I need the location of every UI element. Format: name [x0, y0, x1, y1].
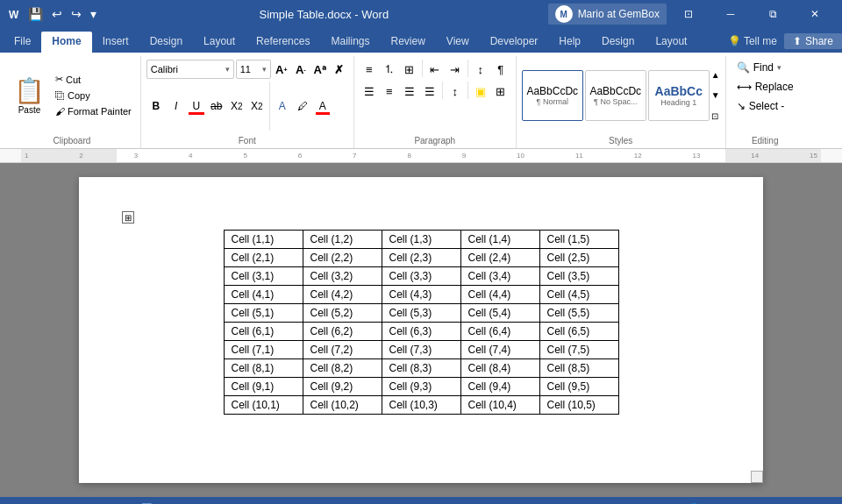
undo-quick-icon[interactable]: ↩: [48, 5, 66, 23]
tab-file[interactable]: File: [4, 32, 41, 53]
table-cell[interactable]: Cell (6,3): [382, 323, 460, 341]
text-highlight-button[interactable]: 🖊: [293, 96, 312, 116]
customize-quick-icon[interactable]: ▾: [87, 5, 100, 23]
tab-review[interactable]: Review: [380, 32, 435, 53]
font-family-selector[interactable]: Calibri ▾: [146, 60, 234, 79]
table-cell[interactable]: Cell (8,5): [539, 359, 618, 378]
shading-button[interactable]: ▣: [471, 82, 490, 101]
bold-button[interactable]: B: [146, 96, 166, 116]
table-cell[interactable]: Cell (1,5): [539, 231, 618, 249]
table-cell[interactable]: Cell (7,2): [303, 341, 382, 359]
table-cell[interactable]: Cell (10,2): [303, 396, 382, 415]
multilevel-list-button[interactable]: ⊞: [400, 60, 419, 79]
tab-layout[interactable]: Layout: [193, 32, 246, 53]
sort-button[interactable]: ↕: [471, 60, 490, 79]
tab-mailings[interactable]: Mailings: [320, 32, 380, 53]
bullets-button[interactable]: ≡: [360, 60, 379, 79]
table-cell[interactable]: Cell (8,4): [460, 359, 539, 378]
table-cell[interactable]: Cell (7,5): [539, 341, 618, 359]
grow-font-button[interactable]: A+: [273, 60, 290, 78]
table-cell[interactable]: Cell (5,4): [460, 304, 539, 323]
font-size-selector[interactable]: 11 ▾: [236, 60, 271, 79]
tab-view[interactable]: View: [436, 32, 480, 53]
tab-home[interactable]: Home: [41, 32, 91, 53]
subscript-button[interactable]: X2: [227, 96, 246, 116]
style-nospace[interactable]: AaBbCcDc ¶ No Spac...: [585, 70, 646, 121]
table-cell[interactable]: Cell (7,1): [224, 341, 303, 359]
copy-button[interactable]: ⿻ Copy: [52, 89, 135, 103]
strikethrough-button[interactable]: ab: [207, 96, 226, 116]
underline-button[interactable]: U: [187, 96, 206, 116]
table-cell[interactable]: Cell (1,2): [303, 231, 382, 249]
tab-table-layout[interactable]: Layout: [645, 32, 697, 53]
table-cell[interactable]: Cell (2,1): [224, 249, 303, 267]
tab-references[interactable]: References: [246, 32, 320, 53]
align-right-button[interactable]: ☰: [400, 82, 419, 101]
table-cell[interactable]: Cell (3,3): [382, 267, 460, 286]
line-spacing-button[interactable]: ↕: [446, 82, 465, 101]
table-cell[interactable]: Cell (1,1): [224, 231, 303, 249]
increase-indent-button[interactable]: ⇥: [446, 60, 465, 79]
style-normal[interactable]: AaBbCcDc ¶ Normal: [522, 70, 583, 121]
table-cell[interactable]: Cell (3,4): [460, 267, 539, 286]
style-heading1[interactable]: AaBbCc Heading 1: [648, 70, 710, 121]
table-cell[interactable]: Cell (7,3): [382, 341, 460, 359]
table-cell[interactable]: Cell (4,4): [460, 286, 539, 304]
tab-design[interactable]: Design: [139, 32, 193, 53]
table-resize-handle[interactable]: [751, 471, 763, 483]
table-cell[interactable]: Cell (8,1): [224, 359, 303, 378]
table-cell[interactable]: Cell (2,4): [460, 249, 539, 267]
table-cell[interactable]: Cell (10,5): [539, 396, 618, 415]
table-cell[interactable]: Cell (5,2): [303, 304, 382, 323]
table-cell[interactable]: Cell (4,3): [382, 286, 460, 304]
close-btn[interactable]: ✕: [795, 0, 835, 28]
redo-quick-icon[interactable]: ↪: [68, 5, 85, 23]
replace-button[interactable]: ⟷ Replace: [731, 79, 799, 95]
styles-scroll-up[interactable]: ▲: [711, 70, 720, 80]
format-painter-button[interactable]: 🖌 Format Painter: [52, 104, 135, 118]
table-cell[interactable]: Cell (1,3): [382, 231, 460, 249]
table-cell[interactable]: Cell (4,2): [303, 286, 382, 304]
superscript-button[interactable]: X2: [247, 96, 267, 116]
table-cell[interactable]: Cell (7,4): [460, 341, 539, 359]
styles-scroll-down[interactable]: ▼: [711, 90, 720, 100]
table-cell[interactable]: Cell (6,2): [303, 323, 382, 341]
table-cell[interactable]: Cell (9,2): [303, 378, 382, 396]
numbering-button[interactable]: ⒈: [380, 60, 399, 79]
font-color-button[interactable]: A: [313, 96, 332, 116]
align-left-button[interactable]: ☰: [360, 82, 379, 101]
table-cell[interactable]: Cell (4,5): [539, 286, 618, 304]
table-cell[interactable]: Cell (10,3): [382, 396, 460, 415]
decrease-indent-button[interactable]: ⇤: [425, 60, 445, 79]
table-cell[interactable]: Cell (4,1): [224, 286, 303, 304]
show-marks-button[interactable]: ¶: [491, 60, 510, 79]
tab-insert[interactable]: Insert: [92, 32, 139, 53]
share-button[interactable]: ⬆ Share: [784, 33, 842, 49]
table-cell[interactable]: Cell (6,4): [460, 323, 539, 341]
table-cell[interactable]: Cell (9,1): [224, 378, 303, 396]
table-cell[interactable]: Cell (8,3): [382, 359, 460, 378]
center-button[interactable]: ≡: [380, 82, 399, 101]
table-cell[interactable]: Cell (5,1): [224, 304, 303, 323]
table-cell[interactable]: Cell (6,1): [224, 323, 303, 341]
table-cell[interactable]: Cell (2,5): [539, 249, 618, 267]
table-cell[interactable]: Cell (3,5): [539, 267, 618, 286]
table-cell[interactable]: Cell (5,3): [382, 304, 460, 323]
table-cell[interactable]: Cell (10,4): [460, 396, 539, 415]
table-cell[interactable]: Cell (1,4): [460, 231, 539, 249]
select-button[interactable]: ↘ Select -: [731, 98, 799, 114]
table-move-handle[interactable]: ⊞: [122, 211, 134, 224]
table-cell[interactable]: Cell (8,2): [303, 359, 382, 378]
paste-button[interactable]: 📋 Paste: [9, 72, 50, 118]
table-cell[interactable]: Cell (9,5): [539, 378, 618, 396]
text-effects-button[interactable]: A: [273, 96, 292, 116]
table-cell[interactable]: Cell (6,5): [539, 323, 618, 341]
table-cell[interactable]: Cell (3,2): [303, 267, 382, 286]
table-cell[interactable]: Cell (2,2): [303, 249, 382, 267]
change-case-button[interactable]: Aᵃ: [311, 60, 329, 78]
minimize-btn[interactable]: ─: [710, 0, 751, 28]
shrink-font-button[interactable]: A-: [292, 60, 310, 78]
table-cell[interactable]: Cell (2,3): [382, 249, 460, 267]
user-area[interactable]: M Mario at GemBox: [548, 4, 667, 25]
tab-table-design[interactable]: Design: [591, 32, 645, 53]
